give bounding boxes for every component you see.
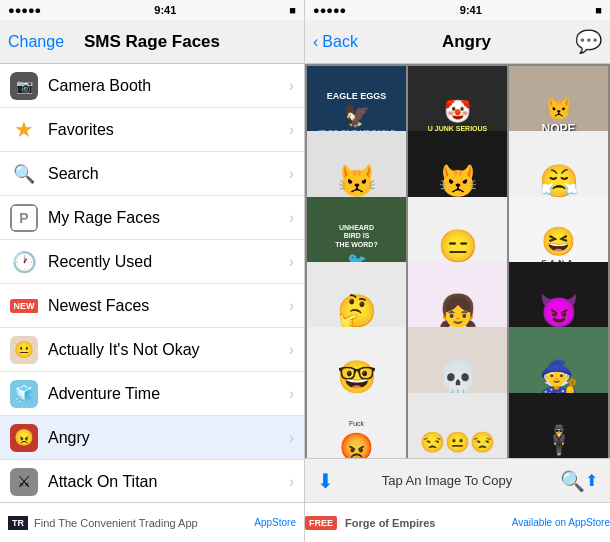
sidebar-item-favorites[interactable]: ★ Favorites › bbox=[0, 108, 304, 152]
right-nav-title: Angry bbox=[442, 32, 491, 52]
download-icon[interactable]: ⬇ bbox=[317, 469, 334, 493]
left-ad-banner[interactable]: TR Find The Convenient Trading App AppSt… bbox=[0, 502, 304, 542]
angry-thumb: 😠 bbox=[10, 424, 38, 452]
menu-list: 📷 Camera Booth › ★ Favorites › 🔍 Search … bbox=[0, 64, 304, 502]
ad-tr-label: TR bbox=[8, 516, 28, 530]
chevron-icon: › bbox=[289, 429, 294, 447]
change-button[interactable]: Change bbox=[8, 33, 64, 51]
chevron-icon: › bbox=[289, 341, 294, 359]
chevron-icon: › bbox=[289, 77, 294, 95]
right-bottom-bar: ⬇ Tap An Image To Copy 🔍 ⬆ bbox=[305, 458, 610, 502]
meme-pulp-fiction[interactable]: 🕴 bbox=[509, 393, 608, 458]
right-panel: ●●●●● 9:41 ■ ‹ Back Angry 💬 EAGLE EGGS 🦅… bbox=[305, 0, 610, 542]
left-signal: ●●●●● bbox=[8, 4, 41, 16]
left-nav-bar: Change SMS Rage Faces bbox=[0, 20, 304, 64]
right-status-bar: ●●●●● 9:41 ■ bbox=[305, 0, 610, 20]
sidebar-item-camera-booth[interactable]: 📷 Camera Booth › bbox=[0, 64, 304, 108]
adventure-time-label: Adventure Time bbox=[48, 385, 289, 403]
search-label: Search bbox=[48, 165, 289, 183]
star-icon: ★ bbox=[10, 116, 38, 144]
appstore-available: Available on AppStore bbox=[512, 517, 610, 528]
sidebar-item-newest-faces[interactable]: NEW Newest Faces › bbox=[0, 284, 304, 328]
chevron-icon: › bbox=[289, 385, 294, 403]
tap-to-copy-message: Tap An Image To Copy bbox=[334, 473, 560, 488]
chevron-icon: › bbox=[289, 165, 294, 183]
actually-not-okay-label: Actually It's Not Okay bbox=[48, 341, 289, 359]
sidebar-item-actually-not-okay[interactable]: 😐 Actually It's Not Okay › bbox=[0, 328, 304, 372]
recently-used-label: Recently Used bbox=[48, 253, 289, 271]
adventure-time-thumb: 🧊 bbox=[10, 380, 38, 408]
right-nav-bar: ‹ Back Angry 💬 bbox=[305, 20, 610, 64]
attack-on-titan-thumb: ⚔ bbox=[10, 468, 38, 496]
right-ad-banner[interactable]: FREE Forge of Empires Available on AppSt… bbox=[305, 502, 610, 542]
left-battery: ■ bbox=[289, 4, 296, 16]
right-signal: ●●●●● bbox=[313, 4, 346, 16]
free-badge: FREE bbox=[305, 516, 337, 530]
back-chevron-icon: ‹ bbox=[313, 33, 318, 51]
newest-faces-label: Newest Faces bbox=[48, 297, 289, 315]
attack-on-titan-label: Attack On Titan bbox=[48, 473, 289, 491]
my-rage-icon: P bbox=[10, 204, 38, 232]
not-okay-thumb: 😐 bbox=[10, 336, 38, 364]
camera-icon: 📷 bbox=[10, 72, 38, 100]
sidebar-item-adventure-time[interactable]: 🧊 Adventure Time › bbox=[0, 372, 304, 416]
my-rage-faces-label: My Rage Faces bbox=[48, 209, 289, 227]
right-time: 9:41 bbox=[460, 4, 482, 16]
appstore-icon: AppStore bbox=[254, 517, 296, 528]
sidebar-item-angry[interactable]: 😠 Angry › bbox=[0, 416, 304, 460]
chevron-icon: › bbox=[289, 473, 294, 491]
meme-trio[interactable]: 😒😐😒 bbox=[408, 393, 507, 458]
left-time: 9:41 bbox=[154, 4, 176, 16]
share-icon[interactable]: ⬆ bbox=[585, 471, 598, 490]
new-badge-icon: NEW bbox=[10, 292, 38, 320]
left-panel: ●●●●● 9:41 ■ Change SMS Rage Faces 📷 Cam… bbox=[0, 0, 305, 542]
chevron-icon: › bbox=[289, 253, 294, 271]
chevron-icon: › bbox=[289, 297, 294, 315]
sidebar-item-recently-used[interactable]: 🕐 Recently Used › bbox=[0, 240, 304, 284]
clock-icon: 🕐 bbox=[10, 248, 38, 276]
favorites-label: Favorites bbox=[48, 121, 289, 139]
search-icon[interactable]: 🔍 bbox=[560, 469, 585, 493]
sidebar-item-search[interactable]: 🔍 Search › bbox=[0, 152, 304, 196]
left-nav-title: SMS Rage Faces bbox=[84, 32, 220, 52]
forge-of-empires-label: Forge of Empires bbox=[345, 517, 435, 529]
search-icon: 🔍 bbox=[10, 160, 38, 188]
meme-fuck[interactable]: Fuck 😡 bbox=[307, 393, 406, 458]
back-label: Back bbox=[322, 33, 358, 51]
left-status-bar: ●●●●● 9:41 ■ bbox=[0, 0, 304, 20]
camera-booth-label: Camera Booth bbox=[48, 77, 289, 95]
angry-label: Angry bbox=[48, 429, 289, 447]
sidebar-item-attack-on-titan[interactable]: ⚔ Attack On Titan › bbox=[0, 460, 304, 502]
chevron-icon: › bbox=[289, 121, 294, 139]
message-icon[interactable]: 💬 bbox=[575, 29, 602, 55]
meme-grid: EAGLE EGGS 🦅 I'D DO GIVE ME EAGLE POWERS… bbox=[305, 64, 610, 458]
right-battery: ■ bbox=[595, 4, 602, 16]
sidebar-item-my-rage-faces[interactable]: P My Rage Faces › bbox=[0, 196, 304, 240]
ad-text: Find The Convenient Trading App bbox=[34, 517, 198, 529]
chevron-icon: › bbox=[289, 209, 294, 227]
back-button[interactable]: ‹ Back bbox=[313, 33, 358, 51]
